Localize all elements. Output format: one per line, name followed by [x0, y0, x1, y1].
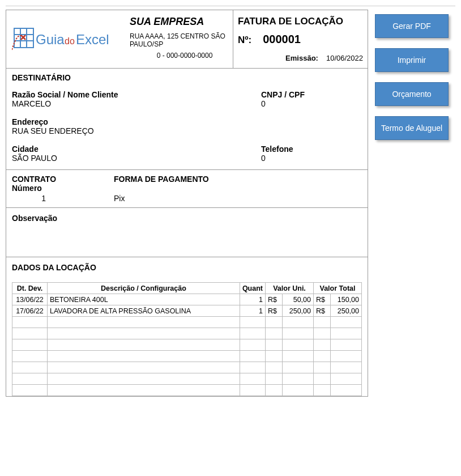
- svg-text:Guia: Guia: [36, 32, 65, 47]
- contract-title: CONTRATO: [12, 175, 114, 184]
- city-label: Cidade: [12, 144, 261, 154]
- print-button[interactable]: Imprimir: [375, 48, 449, 72]
- locacao-heading: DADOS DA LOCAÇÃO: [12, 263, 362, 272]
- th-total: Valor Total: [314, 283, 362, 294]
- generate-pdf-button[interactable]: Gerar PDF: [375, 14, 449, 38]
- action-sidebar: Gerar PDF Imprimir Orçamento Termo de Al…: [375, 10, 449, 397]
- emission-date: 10/06/2022: [326, 54, 363, 62]
- invoice-num-label: Nº:: [238, 35, 251, 46]
- addr-value: RUA SEU ENDEREÇO: [12, 126, 261, 135]
- th-date: Dt. Dev.: [12, 283, 48, 294]
- table-row-empty: [12, 351, 362, 362]
- locacao-section: DADOS DA LOCAÇÃO Dt. Dev. Descrição / Co…: [6, 257, 368, 396]
- payment-title: FORMA DE PAGAMENTO: [114, 175, 362, 184]
- table-row-empty: [12, 373, 362, 385]
- table-row-empty: [12, 339, 362, 351]
- contract-num-label: Número: [12, 184, 114, 193]
- invoice-document: Guia do Excel SUA EMPRESA RUA AAAA, 125 …: [6, 10, 368, 397]
- company-id: 0 - 000-0000-0000: [130, 52, 228, 60]
- cell-currency: R$: [266, 305, 283, 317]
- phone-value: 0: [261, 154, 362, 163]
- cell-currency: R$: [314, 305, 331, 317]
- doc-label: CNPJ / CPF: [261, 90, 362, 99]
- name-value: MARCELO: [12, 99, 261, 108]
- invoice-info: FATURA DE LOCAÇÃO Nº: 000001 Emissão: 10…: [233, 10, 368, 68]
- table-header-row: Dt. Dev. Descrição / Configuração Quant …: [12, 283, 362, 294]
- recipient-heading: DESTINATÁRIO: [12, 73, 362, 82]
- cell-qty: 1: [240, 305, 265, 317]
- contract-num-value: 1: [12, 194, 114, 203]
- contract-section: CONTRATO Número 1 FORMA DE PAGAMENTO Pix: [6, 170, 368, 208]
- table-row: 17/06/22LAVADORA DE ALTA PRESSÃO GASOLIN…: [12, 305, 362, 317]
- cell-unit-value: 250,00: [283, 305, 314, 317]
- cell-desc: LAVADORA DE ALTA PRESSÃO GASOLINA: [48, 305, 240, 317]
- table-row: 13/06/22BETONEIRA 400L1R$50,00R$150,00: [12, 294, 362, 305]
- table-row-empty: [12, 385, 362, 396]
- lease-term-button[interactable]: Termo de Aluguel: [375, 116, 449, 140]
- addr-label: Endereço: [12, 117, 261, 126]
- name-label: Razão Social / Nome Cliente: [12, 90, 261, 99]
- company-info: SUA EMPRESA RUA AAAA, 125 CENTRO SÃO PAU…: [125, 10, 233, 68]
- observation-section: Observação: [6, 208, 368, 257]
- svg-text:do: do: [65, 36, 75, 46]
- header: Guia do Excel SUA EMPRESA RUA AAAA, 125 …: [6, 10, 368, 69]
- th-unit: Valor Uni.: [266, 283, 314, 294]
- table-row-empty: [12, 317, 362, 328]
- items-table: Dt. Dev. Descrição / Configuração Quant …: [12, 282, 362, 396]
- invoice-title: FATURA DE LOCAÇÃO: [238, 16, 363, 27]
- invoice-num-value: 000001: [263, 33, 301, 46]
- cell-total-value: 250,00: [331, 305, 362, 317]
- table-row-empty: [12, 328, 362, 339]
- th-desc: Descrição / Configuração: [48, 283, 240, 294]
- th-qty: Quant: [240, 283, 265, 294]
- company-name: SUA EMPRESA: [130, 16, 228, 28]
- cell-unit-value: 50,00: [283, 294, 314, 305]
- cell-desc: BETONEIRA 400L: [48, 294, 240, 305]
- cell-currency: R$: [314, 294, 331, 305]
- recipient-section: DESTINATÁRIO Razão Social / Nome Cliente…: [6, 69, 368, 170]
- svg-text:Excel: Excel: [76, 32, 109, 47]
- guia-do-excel-logo: Guia do Excel: [12, 25, 119, 53]
- observation-label: Observação: [12, 214, 362, 223]
- table-row-empty: [12, 362, 362, 373]
- phone-label: Telefone: [261, 144, 362, 154]
- logo-cell: Guia do Excel: [6, 10, 125, 68]
- cell-total-value: 150,00: [331, 294, 362, 305]
- cell-date: 13/06/22: [12, 294, 48, 305]
- cell-qty: 1: [240, 294, 265, 305]
- cell-currency: R$: [266, 294, 283, 305]
- payment-value: Pix: [114, 194, 362, 203]
- company-address: RUA AAAA, 125 CENTRO SÃO PAULO/SP: [130, 32, 228, 48]
- city-value: SÃO PAULO: [12, 154, 261, 163]
- doc-value: 0: [261, 99, 362, 108]
- emission-label: Emissão:: [285, 54, 318, 62]
- cell-date: 17/06/22: [12, 305, 48, 317]
- budget-button[interactable]: Orçamento: [375, 82, 449, 106]
